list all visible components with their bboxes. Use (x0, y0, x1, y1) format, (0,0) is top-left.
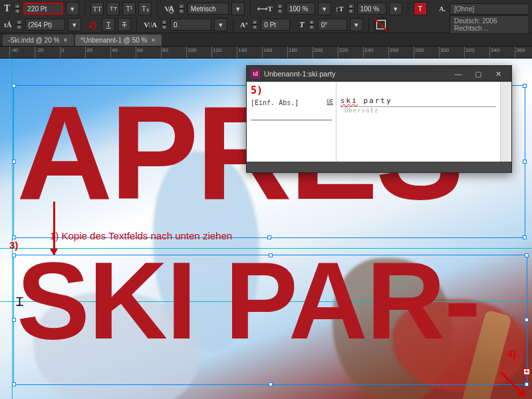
tracking-field[interactable]: 0 (170, 19, 211, 31)
story-overset-marker: UE (327, 99, 333, 105)
leading-field[interactable]: (264 Pt) (25, 19, 65, 31)
document-canvas[interactable]: APRES SKI PAR- Ꮖ 1) Kopie des Textfelds … (0, 59, 532, 399)
leading-dropdown[interactable]: ▾ (68, 18, 81, 31)
tracking-dropdown[interactable]: ▾ (214, 18, 227, 31)
fill-swatch-icon[interactable]: T (414, 2, 427, 15)
font-size-icon: T (3, 3, 11, 14)
skew-icon: T (298, 20, 305, 30)
story-editor-titlebar[interactable]: Id Unbenannt-1:ski party — ▢ ✕ (247, 66, 511, 82)
overset-out-port[interactable] (523, 368, 530, 375)
vscale-field[interactable]: 100 % (357, 3, 386, 15)
underline-icon[interactable]: T (102, 18, 115, 31)
kerning-stepper[interactable]: ▲▼ (178, 3, 185, 14)
tracking-stepper[interactable]: ▲▼ (161, 19, 168, 30)
annotation-3: 3) (9, 239, 18, 251)
indesign-icon: Id (251, 69, 260, 78)
superscript-icon[interactable]: T¹ (122, 2, 136, 15)
hscale-field[interactable]: 100 % (286, 3, 315, 15)
text-cursor-icon: Ꮖ (16, 295, 24, 309)
strikethrough-icon[interactable]: T (118, 18, 131, 31)
all-caps-icon[interactable]: TT (90, 2, 104, 15)
horizontal-ruler[interactable]: -60-40-200204060801001201401601802002202… (0, 47, 532, 59)
story-text-column[interactable]: ski party Übersatz (336, 82, 501, 162)
font-size-dropdown[interactable]: ▾ (66, 2, 79, 15)
char-style-label: A. (438, 5, 447, 13)
leading-stepper[interactable]: ▲▼ (16, 19, 23, 30)
annotation-2: 2) (89, 20, 97, 30)
story-overset-label: Übersatz (340, 107, 496, 114)
story-paragraph-style: [Einf. Abs.] (251, 99, 332, 106)
annotation-1: 1) Kopie des Textfelds nach unten ziehen (50, 230, 232, 241)
baseline-stepper[interactable]: ▲▼ (251, 19, 258, 30)
story-h-scrollbar[interactable] (247, 162, 511, 172)
story-styles-column[interactable]: 5) [Einf. Abs.] UE (247, 82, 336, 162)
kerning-icon: VA̲ (163, 5, 175, 13)
close-icon[interactable]: × (151, 37, 155, 44)
subscript-icon[interactable]: T₁ (138, 2, 152, 15)
font-size-stepper[interactable]: ▲▼ (14, 3, 21, 14)
headline-text-2: SKI PAR- (17, 251, 479, 350)
tab-document-1[interactable]: -Ski.indd @ 20 % × (3, 35, 74, 46)
tab-label: *Unbenannt-1 @ 50 % (80, 37, 147, 44)
close-button[interactable]: ✕ (489, 68, 507, 79)
minimize-button[interactable]: — (449, 68, 467, 79)
guide-vertical[interactable] (12, 59, 13, 399)
hscale-icon: ⟷T (256, 5, 274, 13)
annotation-arrow-down (53, 201, 55, 255)
story-editor-title: Unbenannt-1:ski party (264, 70, 336, 78)
document-tabs: -Ski.indd @ 20 % × *Unbenannt-1 @ 50 % × (0, 33, 532, 47)
stroke-swatch-icon[interactable] (374, 18, 388, 31)
hscale-dropdown[interactable]: ▾ (318, 2, 331, 15)
skew-stepper[interactable]: ▲▼ (309, 19, 315, 30)
story-editor-body: 5) [Einf. Abs.] UE ski party Übersatz (247, 82, 511, 162)
story-statusbar (247, 162, 511, 172)
font-size-field[interactable]: 220 Pt (23, 3, 63, 15)
small-caps-icon[interactable]: Tᴛ (106, 2, 120, 15)
skew-dropdown[interactable]: ▾ (350, 18, 363, 31)
baseline-icon: Aª (239, 21, 249, 29)
story-scrollbar[interactable] (501, 82, 511, 162)
maximize-button[interactable]: ▢ (469, 68, 487, 79)
vscale-stepper[interactable]: ▲▼ (348, 3, 354, 14)
control-panel: T ▲▼ 220 Pt ▾ TT Tᴛ T¹ T₁ VA̲ ▲▼ Metrisc… (0, 0, 532, 33)
baseline-field[interactable]: 0 Pt (261, 19, 290, 31)
vscale-dropdown[interactable]: ▾ (389, 2, 402, 15)
annotation-4: 4) (507, 348, 516, 359)
story-text-content[interactable]: ski party (340, 96, 496, 105)
kerning-field[interactable]: Metrisch (188, 3, 229, 15)
char-style-field[interactable]: [Ohne] (450, 3, 529, 15)
hscale-stepper[interactable]: ▲▼ (277, 3, 283, 14)
kerning-dropdown[interactable]: ▾ (231, 2, 245, 15)
leading-icon: tÂ (3, 21, 13, 29)
close-icon[interactable]: × (63, 37, 67, 44)
tab-label: -Ski.indd @ 20 % (8, 37, 59, 44)
skew-field[interactable]: 0° (318, 19, 347, 31)
language-field[interactable]: Deutsch: 2006 Rechtsch… (450, 15, 529, 34)
annotation-5: 5) (251, 84, 332, 96)
vscale-icon: ↕T (334, 5, 345, 13)
story-editor-window[interactable]: Id Unbenannt-1:ski party — ▢ ✕ 5) [Einf.… (246, 65, 512, 173)
tab-document-2[interactable]: *Unbenannt-1 @ 50 % × (75, 35, 162, 46)
tracking-icon: V͟A (142, 21, 158, 29)
